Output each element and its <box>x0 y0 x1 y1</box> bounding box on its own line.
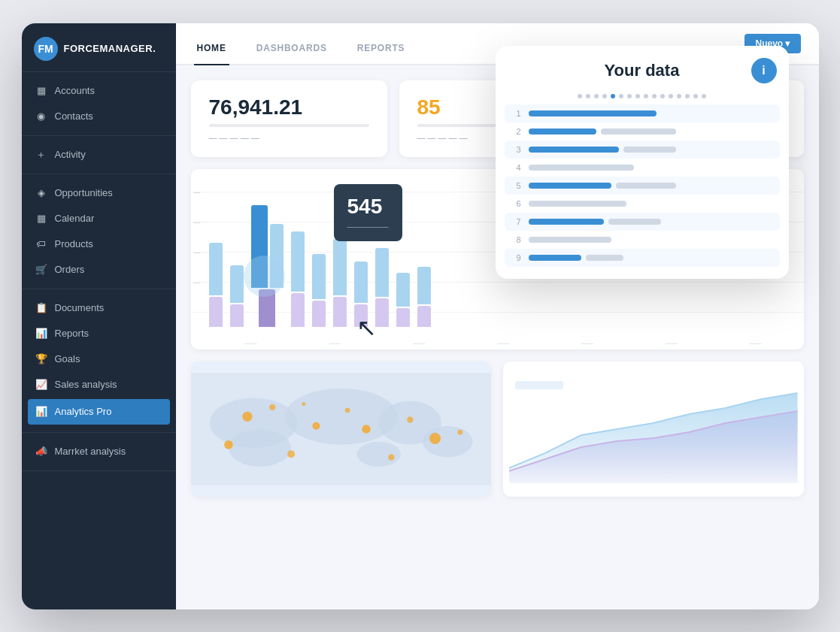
sidebar-item-analytics-pro[interactable]: 📊 Analytics Pro <box>28 399 170 425</box>
bar-4a <box>291 231 305 292</box>
logo-text: FORCEMANAGER. <box>64 43 156 54</box>
dot-12[interactable] <box>669 94 673 98</box>
sidebar-item-calendar-label: Calendar <box>55 213 95 224</box>
row-bar-blue-5 <box>529 183 611 189</box>
svg-point-12 <box>407 416 413 422</box>
sidebar-item-reports[interactable]: 📊 Reports <box>22 321 176 346</box>
tooltip-sub: ————— <box>347 222 389 231</box>
row-bar-gray-4 <box>529 165 634 171</box>
analytics-pro-icon: 📊 <box>35 406 47 418</box>
sidebar-logo: FM FORCEMANAGER. <box>22 23 176 72</box>
data-row-9: 9 <box>505 249 780 267</box>
dot-16[interactable] <box>702 94 706 98</box>
sidebar-item-activity-label: Activity <box>55 149 86 160</box>
row-bars-4 <box>529 165 774 171</box>
bar-group-9 <box>396 273 410 327</box>
bar-highlight-circle <box>244 256 285 297</box>
accounts-icon: ▦ <box>35 85 47 97</box>
popup-title: Your data <box>514 61 771 80</box>
data-row-8: 8 <box>505 231 780 249</box>
svg-point-14 <box>457 429 462 434</box>
sidebar-item-reports-label: Reports <box>55 328 89 339</box>
x-label-5: —— <box>581 340 593 346</box>
sidebar-item-activity[interactable]: ＋ Activity <box>22 142 176 168</box>
tooltip-value: 545 <box>347 195 389 219</box>
line-chart-svg <box>503 361 804 497</box>
sidebar-item-opportunities[interactable]: ◈ Opportunities <box>22 180 176 206</box>
x-label-6: —— <box>666 340 678 346</box>
bar-6a <box>333 239 347 295</box>
dot-6[interactable] <box>619 94 623 98</box>
bar-2a <box>230 265 244 303</box>
bar-group-8 <box>375 248 389 327</box>
row-num-5: 5 <box>511 181 521 190</box>
svg-point-6 <box>356 441 400 466</box>
sidebar-item-market-analysis-label: Marrket analysis <box>55 446 126 457</box>
map-svg <box>191 361 492 497</box>
bar-5b <box>312 301 326 327</box>
sidebar-item-contacts[interactable]: ◉ Contacts <box>22 104 176 129</box>
bottom-cards <box>191 361 804 497</box>
popup-dots <box>496 88 789 104</box>
market-analysis-icon: 📣 <box>35 446 47 458</box>
tab-home[interactable]: HOME <box>194 31 229 65</box>
row-num-2: 2 <box>511 127 521 136</box>
sidebar: FM FORCEMANAGER. ▦ Accounts ◉ Contacts ＋… <box>22 23 176 609</box>
sidebar-item-calendar[interactable]: ▦ Calendar <box>22 206 176 231</box>
bar-group-4 <box>291 231 305 327</box>
dot-7[interactable] <box>627 94 632 98</box>
bar-4b <box>291 293 305 327</box>
sales-analysis-icon: 📈 <box>35 379 47 391</box>
data-rows: 1 2 3 <box>496 104 789 267</box>
svg-point-17 <box>224 440 233 449</box>
sidebar-section-activity: ＋ Activity <box>22 136 176 174</box>
dot-8[interactable] <box>635 94 640 98</box>
sidebar-item-sales-analysis[interactable]: 📈 Sales analysis <box>22 372 176 398</box>
svg-rect-19 <box>515 381 563 389</box>
sidebar-item-market-analysis[interactable]: 📣 Marrket analysis <box>22 439 176 464</box>
row-num-7: 7 <box>511 217 521 226</box>
dot-15[interactable] <box>693 94 698 98</box>
sidebar-item-accounts[interactable]: ▦ Accounts <box>22 78 176 104</box>
sidebar-item-documents[interactable]: 📋 Documents <box>22 295 176 321</box>
your-data-popup: Your data i 1 <box>496 46 789 279</box>
bar-group-2 <box>230 265 244 327</box>
svg-point-9 <box>312 422 320 429</box>
tab-dashboards[interactable]: DASHBOARDS <box>253 31 330 65</box>
dot-4[interactable] <box>602 94 607 98</box>
bar-1a <box>209 243 223 295</box>
bar-group-3 <box>251 205 284 327</box>
dot-5[interactable] <box>611 94 615 98</box>
row-bars-5 <box>529 183 774 189</box>
row-bar-gray-3 <box>623 147 676 153</box>
row-bars-9 <box>529 255 774 261</box>
x-label-1: —— <box>244 340 256 346</box>
popup-info-button[interactable]: i <box>751 58 777 83</box>
stat-card-revenue: 76,941.21 — — — — — <box>191 80 387 157</box>
dot-14[interactable] <box>685 94 690 98</box>
data-row-3: 3 <box>505 141 780 159</box>
row-bar-gray-9 <box>586 255 623 261</box>
reports-icon: 📊 <box>35 328 47 340</box>
dot-1[interactable] <box>578 94 582 98</box>
stat-bar-revenue <box>209 124 369 127</box>
dot-9[interactable] <box>644 94 648 98</box>
stat-value-revenue: 76,941.21 <box>209 95 369 119</box>
row-num-1: 1 <box>511 109 521 118</box>
sidebar-item-orders[interactable]: 🛒 Orders <box>22 257 176 283</box>
bar-10b <box>417 306 431 327</box>
dot-10[interactable] <box>652 94 657 98</box>
sidebar-item-documents-label: Documents <box>55 302 105 313</box>
row-num-4: 4 <box>511 163 521 172</box>
sidebar-item-analytics-pro-label: Analytics Pro <box>55 406 112 417</box>
activity-add-icon: ＋ <box>35 149 47 161</box>
dot-11[interactable] <box>660 94 665 98</box>
sidebar-item-goals[interactable]: 🏆 Goals <box>22 346 176 372</box>
dot-13[interactable] <box>677 94 681 98</box>
dot-3[interactable] <box>594 94 599 98</box>
bar-8b <box>375 298 389 327</box>
sidebar-item-products[interactable]: 🏷 Products <box>22 231 176 257</box>
tab-reports[interactable]: REPORTS <box>354 31 408 65</box>
dot-2[interactable] <box>586 94 590 98</box>
sidebar-item-opportunities-label: Opportunities <box>55 187 113 198</box>
